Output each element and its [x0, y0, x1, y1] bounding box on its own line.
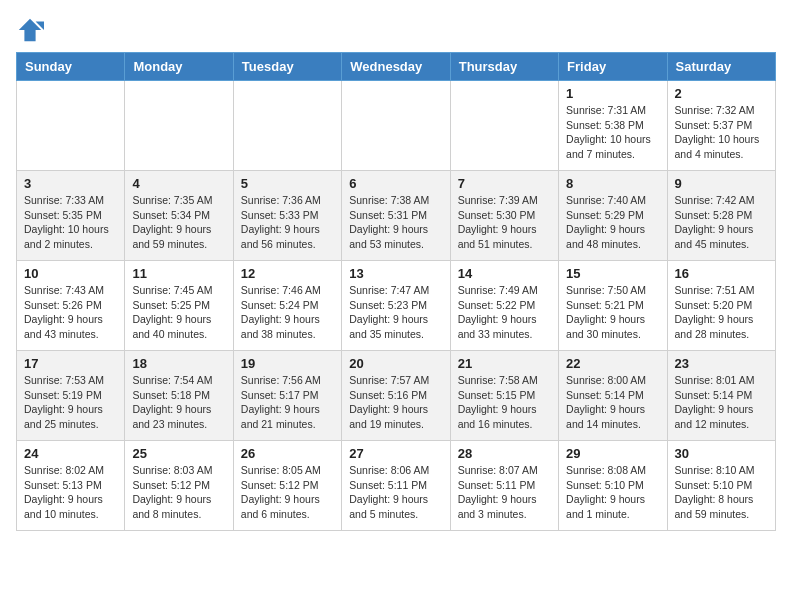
day-number: 16: [675, 266, 768, 281]
day-info: Sunrise: 7:56 AM Sunset: 5:17 PM Dayligh…: [241, 373, 334, 432]
day-number: 25: [132, 446, 225, 461]
day-cell: 30Sunrise: 8:10 AM Sunset: 5:10 PM Dayli…: [667, 441, 775, 531]
logo-icon: [16, 16, 44, 44]
day-cell: 2Sunrise: 7:32 AM Sunset: 5:37 PM Daylig…: [667, 81, 775, 171]
day-number: 24: [24, 446, 117, 461]
day-number: 7: [458, 176, 551, 191]
header-wednesday: Wednesday: [342, 53, 450, 81]
day-number: 12: [241, 266, 334, 281]
day-cell: 21Sunrise: 7:58 AM Sunset: 5:15 PM Dayli…: [450, 351, 558, 441]
day-number: 21: [458, 356, 551, 371]
day-number: 28: [458, 446, 551, 461]
day-number: 3: [24, 176, 117, 191]
day-cell: [233, 81, 341, 171]
day-number: 8: [566, 176, 659, 191]
header-row: SundayMondayTuesdayWednesdayThursdayFrid…: [17, 53, 776, 81]
day-cell: [450, 81, 558, 171]
week-row-5: 24Sunrise: 8:02 AM Sunset: 5:13 PM Dayli…: [17, 441, 776, 531]
day-cell: 27Sunrise: 8:06 AM Sunset: 5:11 PM Dayli…: [342, 441, 450, 531]
day-info: Sunrise: 7:35 AM Sunset: 5:34 PM Dayligh…: [132, 193, 225, 252]
day-info: Sunrise: 7:54 AM Sunset: 5:18 PM Dayligh…: [132, 373, 225, 432]
day-cell: 24Sunrise: 8:02 AM Sunset: 5:13 PM Dayli…: [17, 441, 125, 531]
day-cell: 18Sunrise: 7:54 AM Sunset: 5:18 PM Dayli…: [125, 351, 233, 441]
day-number: 13: [349, 266, 442, 281]
header-tuesday: Tuesday: [233, 53, 341, 81]
page-header: [16, 16, 776, 44]
day-number: 22: [566, 356, 659, 371]
day-info: Sunrise: 7:39 AM Sunset: 5:30 PM Dayligh…: [458, 193, 551, 252]
day-cell: 16Sunrise: 7:51 AM Sunset: 5:20 PM Dayli…: [667, 261, 775, 351]
day-number: 15: [566, 266, 659, 281]
day-info: Sunrise: 7:40 AM Sunset: 5:29 PM Dayligh…: [566, 193, 659, 252]
day-number: 14: [458, 266, 551, 281]
day-info: Sunrise: 8:01 AM Sunset: 5:14 PM Dayligh…: [675, 373, 768, 432]
day-cell: 10Sunrise: 7:43 AM Sunset: 5:26 PM Dayli…: [17, 261, 125, 351]
day-number: 26: [241, 446, 334, 461]
day-cell: 28Sunrise: 8:07 AM Sunset: 5:11 PM Dayli…: [450, 441, 558, 531]
header-friday: Friday: [559, 53, 667, 81]
day-cell: 7Sunrise: 7:39 AM Sunset: 5:30 PM Daylig…: [450, 171, 558, 261]
day-info: Sunrise: 7:33 AM Sunset: 5:35 PM Dayligh…: [24, 193, 117, 252]
day-cell: 15Sunrise: 7:50 AM Sunset: 5:21 PM Dayli…: [559, 261, 667, 351]
header-thursday: Thursday: [450, 53, 558, 81]
day-cell: 13Sunrise: 7:47 AM Sunset: 5:23 PM Dayli…: [342, 261, 450, 351]
day-cell: 5Sunrise: 7:36 AM Sunset: 5:33 PM Daylig…: [233, 171, 341, 261]
header-sunday: Sunday: [17, 53, 125, 81]
day-cell: [342, 81, 450, 171]
day-cell: [17, 81, 125, 171]
day-info: Sunrise: 7:49 AM Sunset: 5:22 PM Dayligh…: [458, 283, 551, 342]
day-number: 20: [349, 356, 442, 371]
day-info: Sunrise: 8:00 AM Sunset: 5:14 PM Dayligh…: [566, 373, 659, 432]
week-row-2: 3Sunrise: 7:33 AM Sunset: 5:35 PM Daylig…: [17, 171, 776, 261]
day-cell: 1Sunrise: 7:31 AM Sunset: 5:38 PM Daylig…: [559, 81, 667, 171]
calendar-table: SundayMondayTuesdayWednesdayThursdayFrid…: [16, 52, 776, 531]
day-info: Sunrise: 7:31 AM Sunset: 5:38 PM Dayligh…: [566, 103, 659, 162]
header-monday: Monday: [125, 53, 233, 81]
day-number: 23: [675, 356, 768, 371]
day-cell: 23Sunrise: 8:01 AM Sunset: 5:14 PM Dayli…: [667, 351, 775, 441]
day-info: Sunrise: 7:42 AM Sunset: 5:28 PM Dayligh…: [675, 193, 768, 252]
day-cell: 19Sunrise: 7:56 AM Sunset: 5:17 PM Dayli…: [233, 351, 341, 441]
week-row-1: 1Sunrise: 7:31 AM Sunset: 5:38 PM Daylig…: [17, 81, 776, 171]
day-cell: 14Sunrise: 7:49 AM Sunset: 5:22 PM Dayli…: [450, 261, 558, 351]
day-info: Sunrise: 7:38 AM Sunset: 5:31 PM Dayligh…: [349, 193, 442, 252]
day-number: 18: [132, 356, 225, 371]
day-number: 29: [566, 446, 659, 461]
day-cell: 12Sunrise: 7:46 AM Sunset: 5:24 PM Dayli…: [233, 261, 341, 351]
day-info: Sunrise: 7:58 AM Sunset: 5:15 PM Dayligh…: [458, 373, 551, 432]
day-number: 10: [24, 266, 117, 281]
day-cell: 3Sunrise: 7:33 AM Sunset: 5:35 PM Daylig…: [17, 171, 125, 261]
day-info: Sunrise: 7:46 AM Sunset: 5:24 PM Dayligh…: [241, 283, 334, 342]
day-info: Sunrise: 7:53 AM Sunset: 5:19 PM Dayligh…: [24, 373, 117, 432]
day-info: Sunrise: 8:05 AM Sunset: 5:12 PM Dayligh…: [241, 463, 334, 522]
day-cell: 29Sunrise: 8:08 AM Sunset: 5:10 PM Dayli…: [559, 441, 667, 531]
day-cell: 20Sunrise: 7:57 AM Sunset: 5:16 PM Dayli…: [342, 351, 450, 441]
day-number: 5: [241, 176, 334, 191]
day-info: Sunrise: 8:07 AM Sunset: 5:11 PM Dayligh…: [458, 463, 551, 522]
day-cell: [125, 81, 233, 171]
day-number: 2: [675, 86, 768, 101]
day-number: 6: [349, 176, 442, 191]
day-number: 19: [241, 356, 334, 371]
day-info: Sunrise: 7:50 AM Sunset: 5:21 PM Dayligh…: [566, 283, 659, 342]
day-cell: 9Sunrise: 7:42 AM Sunset: 5:28 PM Daylig…: [667, 171, 775, 261]
day-info: Sunrise: 7:32 AM Sunset: 5:37 PM Dayligh…: [675, 103, 768, 162]
day-info: Sunrise: 7:57 AM Sunset: 5:16 PM Dayligh…: [349, 373, 442, 432]
day-info: Sunrise: 7:43 AM Sunset: 5:26 PM Dayligh…: [24, 283, 117, 342]
week-row-4: 17Sunrise: 7:53 AM Sunset: 5:19 PM Dayli…: [17, 351, 776, 441]
calendar-header: SundayMondayTuesdayWednesdayThursdayFrid…: [17, 53, 776, 81]
logo: [16, 16, 48, 44]
day-info: Sunrise: 8:06 AM Sunset: 5:11 PM Dayligh…: [349, 463, 442, 522]
day-cell: 6Sunrise: 7:38 AM Sunset: 5:31 PM Daylig…: [342, 171, 450, 261]
day-cell: 22Sunrise: 8:00 AM Sunset: 5:14 PM Dayli…: [559, 351, 667, 441]
day-info: Sunrise: 8:10 AM Sunset: 5:10 PM Dayligh…: [675, 463, 768, 522]
day-cell: 25Sunrise: 8:03 AM Sunset: 5:12 PM Dayli…: [125, 441, 233, 531]
day-cell: 4Sunrise: 7:35 AM Sunset: 5:34 PM Daylig…: [125, 171, 233, 261]
day-info: Sunrise: 7:51 AM Sunset: 5:20 PM Dayligh…: [675, 283, 768, 342]
week-row-3: 10Sunrise: 7:43 AM Sunset: 5:26 PM Dayli…: [17, 261, 776, 351]
day-info: Sunrise: 8:02 AM Sunset: 5:13 PM Dayligh…: [24, 463, 117, 522]
day-cell: 26Sunrise: 8:05 AM Sunset: 5:12 PM Dayli…: [233, 441, 341, 531]
day-info: Sunrise: 7:36 AM Sunset: 5:33 PM Dayligh…: [241, 193, 334, 252]
day-number: 1: [566, 86, 659, 101]
day-number: 30: [675, 446, 768, 461]
